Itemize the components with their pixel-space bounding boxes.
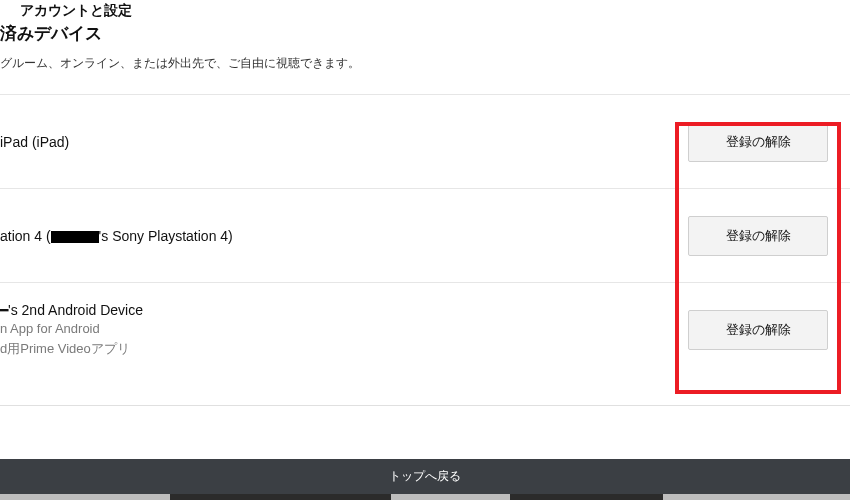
device-info: iPad (iPad)	[0, 134, 69, 150]
deregister-button[interactable]: 登録の解除	[688, 310, 828, 350]
device-row: iPad (iPad) 登録の解除	[0, 95, 850, 189]
registered-devices-subtitle: 済みデバイス	[0, 20, 850, 51]
device-row: ation 4 ('s Sony Playstation 4) 登録の解除	[0, 189, 850, 283]
device-info: ation 4 ('s Sony Playstation 4)	[0, 228, 233, 244]
decorative-strip	[0, 494, 850, 500]
divider	[0, 405, 850, 406]
device-name-text: iPad (iPad)	[0, 134, 69, 150]
device-subtext: n App for Android	[0, 320, 143, 338]
device-name: iPad (iPad)	[0, 134, 69, 150]
device-name: ━'s 2nd Android Device	[0, 302, 143, 318]
device-info: ━'s 2nd Android Device n App for Android…	[0, 302, 143, 357]
device-name-prefix: ation 4 (	[0, 228, 51, 244]
device-subtext: d用Prime Videoアプリ	[0, 340, 143, 358]
page-description: グルーム、オンライン、または外出先で、ご自由に視聴できます。	[0, 51, 850, 84]
device-name: ation 4 ('s Sony Playstation 4)	[0, 228, 233, 244]
deregister-button[interactable]: 登録の解除	[688, 216, 828, 256]
device-name-suffix: 's Sony Playstation 4)	[99, 228, 233, 244]
redacted-text	[51, 231, 99, 243]
deregister-button[interactable]: 登録の解除	[688, 122, 828, 162]
account-settings-title: アカウントと設定	[0, 0, 850, 20]
back-to-top-button[interactable]: トップへ戻る	[0, 459, 850, 494]
device-row: ━'s 2nd Android Device n App for Android…	[0, 283, 850, 377]
page-header: アカウントと設定 済みデバイス グルーム、オンライン、または外出先で、ご自由に視…	[0, 0, 850, 94]
device-list: iPad (iPad) 登録の解除 ation 4 ('s Sony Plays…	[0, 95, 850, 377]
